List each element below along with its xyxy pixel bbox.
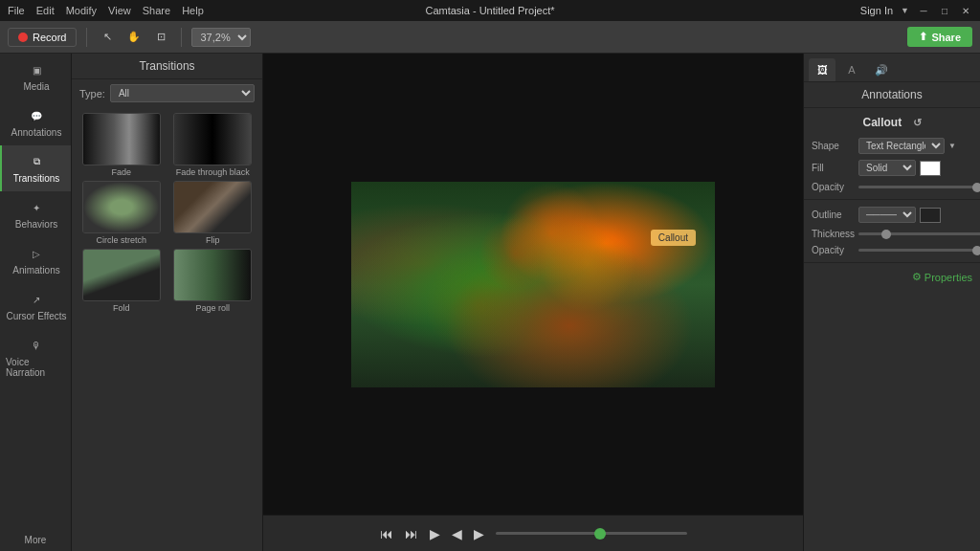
menu-edit[interactable]: Edit — [36, 5, 55, 16]
sidebar-media-label: Media — [23, 81, 49, 92]
menu-file[interactable]: File — [8, 5, 25, 16]
callout-preview: Callout — [651, 230, 696, 246]
opacity-slider[interactable] — [858, 186, 980, 188]
sidebar-item-cursor[interactable]: ↗ Cursor Effects — [0, 283, 71, 329]
transition-fade-black[interactable]: Fade through black — [169, 113, 257, 177]
gear-icon: ⚙ — [912, 271, 922, 283]
outline-label: Outline — [812, 209, 855, 220]
fill-color-picker[interactable] — [920, 161, 941, 176]
shape-label: Shape — [812, 141, 855, 151]
right-panel: 🖼 A 🔊 Annotations Callout ↺ Shape Text R… — [803, 54, 980, 551]
outline-select[interactable]: ───── — [858, 207, 916, 223]
playback-slider[interactable] — [496, 532, 687, 535]
fill-select[interactable]: Solid — [858, 160, 916, 176]
video-overlay — [351, 182, 715, 387]
text-icon: A — [848, 64, 855, 76]
flip-label: Flip — [206, 235, 220, 245]
pointer-tool[interactable]: ↖ — [97, 27, 118, 48]
fill-property-row: Fill Solid — [812, 157, 972, 179]
transition-fold[interactable]: Fold — [78, 249, 166, 313]
filter-select[interactable]: All — [110, 84, 255, 102]
animations-icon: ▷ — [28, 245, 45, 262]
opacity-property-row: Opacity 100% — [812, 179, 972, 195]
sidebar-annotations-label: Annotations — [11, 127, 62, 138]
tab-audio[interactable]: 🔊 — [868, 58, 895, 81]
toolbar-separator2 — [181, 28, 182, 47]
fade-black-label: Fade through black — [176, 167, 250, 177]
sidebar-item-media[interactable]: ▣ Media — [0, 54, 71, 99]
sidebar-behaviors-label: Behaviors — [15, 219, 57, 230]
close-button[interactable]: ✕ — [959, 4, 972, 17]
outline-opacity-row: Opacity 100% — [812, 242, 972, 258]
sidebar-item-behaviors[interactable]: ✦ Behaviors — [0, 191, 71, 237]
transitions-panel: Transitions Type: All Fade Fade through … — [72, 54, 263, 551]
annotations-section-title: Annotations — [804, 82, 980, 108]
annotations-label: Annotations — [861, 88, 922, 101]
crop-tool[interactable]: ⊡ — [150, 27, 171, 48]
right-panel-tabs: 🖼 A 🔊 — [804, 54, 980, 82]
page-roll-label: Page roll — [195, 303, 230, 313]
menu-share[interactable]: Share — [143, 5, 170, 16]
sidebar-item-transitions[interactable]: ⧉ Transitions — [0, 145, 71, 191]
sidebar-item-animations[interactable]: ▷ Animations — [0, 237, 71, 283]
opacity-label: Opacity — [812, 182, 855, 192]
signin-button[interactable]: Sign In — [860, 5, 893, 16]
menu-view[interactable]: View — [108, 5, 131, 16]
sidebar-item-annotations[interactable]: 💬 Annotations — [0, 99, 71, 145]
window-controls: Sign In ▼ ─ □ ✕ — [860, 4, 972, 17]
callout-section: Callout ↺ Shape Text Rectangle ▼ Fill So… — [804, 108, 980, 200]
shape-select[interactable]: Text Rectangle — [858, 138, 945, 154]
thickness-label: Thickness — [812, 229, 855, 239]
tab-visual-properties[interactable]: 🖼 — [809, 58, 835, 81]
tab-text[interactable]: A — [838, 58, 865, 81]
behaviors-icon: ✦ — [28, 199, 45, 216]
transition-circle-stretch[interactable]: Circle stretch — [78, 181, 166, 245]
preview-video: Callout — [351, 182, 715, 387]
share-button[interactable]: ⬆ Share — [907, 27, 972, 47]
properties-section: ⚙ Properties — [812, 271, 972, 283]
outline-property-row: Outline ───── — [812, 204, 972, 226]
thickness-slider[interactable] — [858, 232, 980, 235]
circle-stretch-thumbnail — [82, 181, 161, 233]
sidebar-transitions-label: Transitions — [13, 173, 60, 184]
outline-section: Outline ───── Thickness 2 Opacity 100% — [804, 200, 980, 263]
next-frame-button[interactable]: ▶ — [474, 526, 484, 541]
outline-color-picker[interactable] — [920, 208, 941, 223]
step-back-button[interactable]: ⏭ — [405, 526, 418, 541]
fold-label: Fold — [113, 303, 130, 313]
properties-link[interactable]: ⚙ Properties — [912, 271, 972, 283]
fade-thumbnail — [82, 113, 161, 165]
sidebar-cursor-label: Cursor Effects — [6, 311, 66, 321]
refresh-button[interactable]: ↺ — [913, 117, 922, 128]
hand-tool[interactable]: ✋ — [123, 27, 145, 48]
minimize-button[interactable]: ─ — [917, 4, 930, 17]
menu-modify[interactable]: Modify — [66, 5, 97, 16]
share-icon: ⬆ — [919, 31, 927, 43]
sidebar-more-button[interactable]: More — [0, 529, 71, 551]
main-toolbar: Record ↖ ✋ ⊡ 37,2% ⬆ Share — [0, 21, 980, 54]
outline-opacity-slider[interactable] — [858, 249, 980, 252]
maximize-button[interactable]: □ — [938, 4, 951, 17]
transition-page-roll[interactable]: Page roll — [169, 249, 257, 313]
sidebar-item-voice[interactable]: 🎙 Voice Narration — [0, 329, 71, 386]
menu-help[interactable]: Help — [182, 5, 204, 16]
record-button[interactable]: Record — [8, 28, 77, 47]
callout-title: Callout ↺ — [812, 112, 972, 135]
voice-icon: 🎙 — [28, 337, 45, 354]
prev-frame-button[interactable]: ◀ — [452, 526, 462, 541]
fade-label: Fade — [111, 167, 131, 177]
zoom-control: 37,2% — [191, 28, 251, 47]
flip-thumbnail — [173, 181, 252, 233]
media-icon: ▣ — [28, 61, 45, 78]
panel-filter: Type: All — [72, 79, 262, 107]
rewind-button[interactable]: ⏮ — [380, 526, 393, 541]
fold-thumbnail — [82, 249, 161, 301]
fill-label: Fill — [812, 163, 855, 173]
outline-opacity-label: Opacity — [812, 245, 855, 255]
zoom-select[interactable]: 37,2% — [191, 28, 251, 47]
transition-fade[interactable]: Fade — [78, 113, 166, 177]
transition-flip[interactable]: Flip — [169, 181, 257, 245]
menu-bar: File Edit Modify View Share Help — [8, 5, 204, 16]
play-button[interactable]: ▶ — [430, 526, 440, 541]
panel-title: Transitions — [72, 54, 262, 79]
